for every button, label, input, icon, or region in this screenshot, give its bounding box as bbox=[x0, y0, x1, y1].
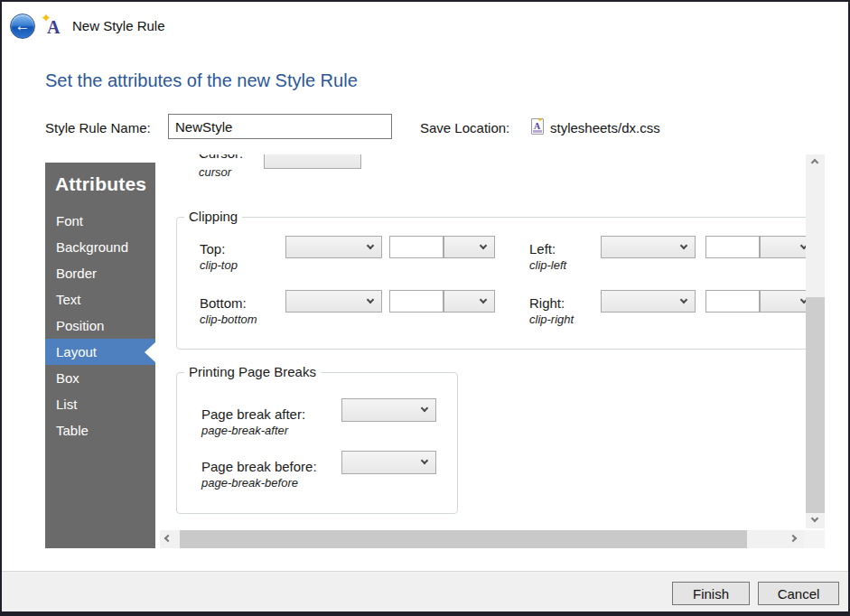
chevron-down-icon bbox=[421, 457, 428, 464]
sidebar-item-text[interactable]: Text bbox=[45, 286, 155, 313]
horizontal-scroll-thumb[interactable] bbox=[180, 530, 747, 548]
clip-bottom-field-label: Bottom: clip-bottom bbox=[200, 295, 257, 327]
scroll-left-button[interactable] bbox=[160, 530, 176, 548]
clipping-group: Clipping Top: clip-top Bottom: clip-bott… bbox=[176, 217, 806, 350]
scroll-down-button[interactable] bbox=[806, 513, 825, 528]
chevron-down-icon bbox=[811, 515, 818, 522]
cursor-label: Cursor: bbox=[199, 154, 243, 162]
style-rule-name-label: Style Rule Name: bbox=[45, 120, 151, 135]
css-file-icon: A ✦ bbox=[531, 118, 544, 135]
sidebar-item-border[interactable]: Border bbox=[45, 260, 155, 286]
back-button[interactable]: ← bbox=[10, 14, 35, 39]
horizontal-scrollbar[interactable] bbox=[160, 530, 804, 548]
window-title: New Style Rule bbox=[72, 18, 165, 33]
clip-bottom-unit-select[interactable] bbox=[444, 290, 495, 313]
cursor-css-property: cursor bbox=[199, 164, 231, 180]
scroll-up-button[interactable] bbox=[806, 154, 825, 170]
clip-left-value-input[interactable] bbox=[705, 236, 760, 258]
chevron-left-icon bbox=[164, 535, 172, 542]
page-break-after-css-property: page-break-after bbox=[201, 423, 305, 438]
printing-page-breaks-group: Printing Page Breaks Page break after: p… bbox=[176, 372, 458, 514]
sparkle-icon: ✦ bbox=[537, 117, 543, 124]
attributes-sidebar: Attributes Font Background Border Text P… bbox=[45, 163, 155, 548]
clip-bottom-css-property: clip-bottom bbox=[200, 312, 257, 327]
scroll-right-button[interactable] bbox=[788, 530, 804, 548]
clip-right-unit-select[interactable] bbox=[760, 290, 806, 313]
new-style-rule-dialog: ← ✦ A New Style Rule Set the attributes … bbox=[0, 0, 850, 616]
page-break-after-field-label: Page break after: page-break-after bbox=[201, 406, 305, 438]
clipping-group-title: Clipping bbox=[184, 209, 242, 224]
clip-top-css-property: clip-top bbox=[200, 257, 238, 273]
chevron-right-icon bbox=[789, 535, 797, 542]
sidebar-title: Attributes bbox=[45, 163, 155, 208]
clip-left-css-property: clip-left bbox=[529, 257, 566, 273]
style-rule-name-input[interactable] bbox=[168, 114, 392, 139]
new-style-wizard-icon: ✦ A bbox=[43, 16, 65, 38]
sidebar-item-layout[interactable]: Layout bbox=[45, 339, 155, 365]
save-location-value: stylesheets/dx.css bbox=[550, 120, 660, 135]
sidebar-item-table[interactable]: Table bbox=[45, 417, 155, 443]
save-location-label: Save Location: bbox=[420, 120, 509, 135]
sidebar-item-background[interactable]: Background bbox=[45, 234, 155, 260]
clip-right-css-property: clip-right bbox=[529, 312, 574, 327]
sidebar-item-font[interactable]: Font bbox=[45, 208, 155, 234]
clip-top-value-input[interactable] bbox=[389, 236, 444, 258]
sidebar-item-box[interactable]: Box bbox=[45, 365, 155, 391]
sidebar-item-list[interactable]: List bbox=[45, 391, 155, 417]
page-break-before-field-label: Page break before: page-break-before bbox=[201, 459, 317, 490]
clip-right-field-label: Right: clip-right bbox=[529, 295, 574, 327]
clip-bottom-select[interactable] bbox=[285, 290, 382, 313]
chevron-down-icon bbox=[480, 242, 487, 249]
chevron-down-icon bbox=[421, 405, 428, 412]
selected-item-arrow-icon bbox=[145, 342, 155, 362]
back-arrow-icon: ← bbox=[11, 14, 34, 38]
sidebar-item-label: Layout bbox=[56, 344, 97, 359]
clip-bottom-value-input[interactable] bbox=[389, 290, 444, 313]
clip-left-select[interactable] bbox=[601, 236, 696, 258]
vertical-scrollbar[interactable] bbox=[806, 154, 825, 528]
printing-page-breaks-group-title: Printing Page Breaks bbox=[184, 364, 321, 379]
page-break-after-select[interactable] bbox=[341, 398, 436, 422]
page-break-before-select[interactable] bbox=[341, 451, 436, 474]
page-title: Set the attributes of the new Style Rule bbox=[45, 70, 358, 91]
chevron-up-icon bbox=[811, 159, 818, 166]
sidebar-item-position[interactable]: Position bbox=[45, 313, 155, 339]
clip-top-select[interactable] bbox=[285, 236, 382, 258]
chevron-down-icon bbox=[680, 296, 687, 303]
clip-left-field-label: Left: clip-left bbox=[529, 241, 566, 273]
clip-right-select[interactable] bbox=[601, 290, 696, 313]
chevron-down-icon bbox=[367, 242, 374, 249]
cursor-select[interactable] bbox=[264, 154, 361, 169]
clip-left-unit-select[interactable] bbox=[760, 236, 806, 258]
clip-top-field-label: Top: clip-top bbox=[200, 241, 238, 273]
scrollbar-corner bbox=[804, 530, 825, 548]
dialog-header: ← ✦ A New Style Rule bbox=[2, 2, 848, 49]
chevron-down-icon bbox=[680, 242, 687, 249]
dialog-footer: Finish Cancel bbox=[2, 571, 848, 611]
cancel-button[interactable]: Cancel bbox=[758, 582, 839, 605]
page-break-before-css-property: page-break-before bbox=[201, 475, 317, 490]
attributes-panel: Cursor: cursor Clipping Top: clip-top Bo… bbox=[155, 154, 806, 528]
vertical-scroll-thumb[interactable] bbox=[806, 297, 825, 517]
chevron-down-icon bbox=[480, 296, 487, 303]
clip-top-unit-select[interactable] bbox=[444, 236, 495, 258]
chevron-down-icon bbox=[367, 296, 374, 303]
clip-right-value-input[interactable] bbox=[705, 290, 760, 313]
finish-button[interactable]: Finish bbox=[672, 582, 750, 605]
